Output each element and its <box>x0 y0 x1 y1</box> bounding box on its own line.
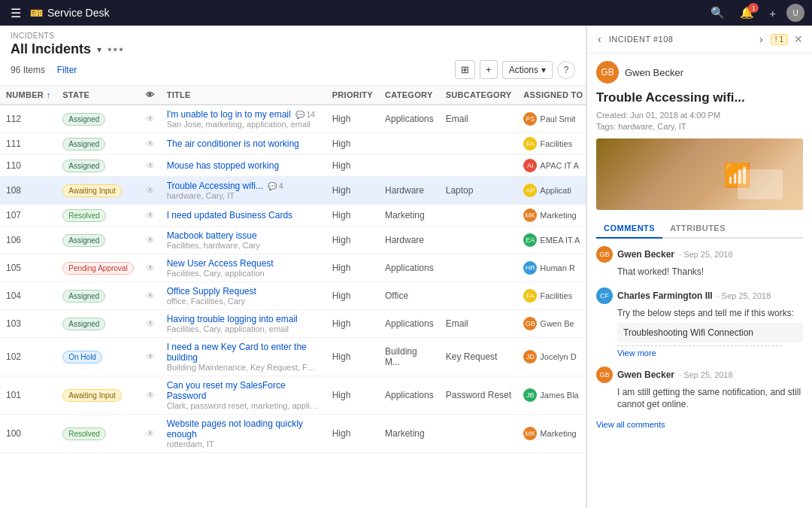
cell-eye[interactable]: 👁 <box>140 205 161 227</box>
table-row[interactable]: 101 Awaiting Input 👁 Can you reset my Sa… <box>0 376 586 415</box>
cell-subcategory <box>440 205 518 227</box>
title-link[interactable]: Trouble Accessing wifi... 💬 4 <box>167 181 320 191</box>
cell-priority: High <box>326 338 379 376</box>
cell-eye[interactable]: 👁 <box>140 155 161 177</box>
title-subtitle: rotterdam, IT <box>167 440 320 449</box>
grid-view-button[interactable]: ⊞ <box>455 60 475 79</box>
subheader: INCIDENTS All Incidents ▾ ••• 96 Items ·… <box>0 26 586 86</box>
cell-state: Pending Approval <box>56 254 139 282</box>
title-link[interactable]: I need updated Business Cards <box>167 210 320 221</box>
cell-category: Building M... <box>379 338 440 376</box>
title-link[interactable]: I'm unable to log in to my email 💬 14 <box>167 109 320 120</box>
detail-user-name: Gwen Becker <box>625 67 683 78</box>
title-link[interactable]: Mouse has stopped working <box>167 160 320 171</box>
help-button[interactable]: ? <box>557 61 575 79</box>
table-row[interactable]: 103 Assigned 👁 Having trouble logging in… <box>0 310 586 338</box>
hamburger-menu[interactable]: ☰ <box>8 3 24 23</box>
assigned-name: Facilities <box>540 139 572 148</box>
table-row[interactable]: 106 Assigned 👁 Macbook battery issue Fac… <box>0 227 586 254</box>
table-row[interactable]: 100 Resolved 👁 Website pages not loading… <box>0 415 586 453</box>
priority-badge: ! 1 <box>771 34 788 45</box>
detail-user-avatar: GB <box>596 61 619 84</box>
table-row[interactable]: 104 Assigned 👁 Office Supply Request off… <box>0 282 586 310</box>
table-row[interactable]: 110 Assigned 👁 Mouse has stopped working… <box>0 155 586 177</box>
view-all-comments-link[interactable]: View all comments <box>596 420 803 429</box>
chat-count: 💬 14 <box>295 111 315 119</box>
title-link[interactable]: Office Supply Request <box>167 286 320 297</box>
cell-eye[interactable]: 👁 <box>140 133 161 155</box>
title-link[interactable]: Having trouble logging into email <box>167 314 320 324</box>
actions-button[interactable]: Actions ▾ <box>502 61 553 79</box>
cell-assigned: AI APAC IT A <box>517 155 586 177</box>
title-row: All Incidents ▾ ••• <box>11 41 575 57</box>
table-row[interactable]: 105 Pending Approval 👁 New User Access R… <box>0 254 586 282</box>
close-panel-button[interactable]: ✕ <box>792 32 804 47</box>
col-priority[interactable]: PRIORITY <box>326 86 379 105</box>
cell-eye[interactable]: 👁 <box>140 310 161 338</box>
assigned-cell: EA EMEA IT A <box>523 233 583 247</box>
user-avatar[interactable]: U <box>786 4 804 22</box>
search-icon[interactable]: 🔍 <box>706 3 729 23</box>
table-row[interactable]: 112 Assigned 👁 I'm unable to log in to m… <box>0 105 586 133</box>
cell-assigned: MK Marketing <box>517 205 586 227</box>
title-link[interactable]: Can you reset my SalesForce Password <box>167 380 320 401</box>
comment-highlight: Troubleshooting Wifi Connection <box>617 323 803 342</box>
cell-eye[interactable]: 👁 <box>140 177 161 205</box>
title-subtitle: Facilities, hardware, Cary <box>167 241 320 250</box>
view-more-link[interactable]: View more <box>617 348 803 357</box>
title-subtitle: Facilities, Cary, application, email <box>167 324 320 333</box>
assigned-name: Marketing <box>540 211 576 220</box>
tab-attributes[interactable]: ATTRIBUTES <box>662 219 733 239</box>
table-row[interactable]: 107 Resolved 👁 I need updated Business C… <box>0 205 586 227</box>
incidents-table-container: NUMBER STATE 👁 TITLE PRIORITY CATEGORY S… <box>0 86 586 508</box>
cell-subcategory <box>440 254 518 282</box>
assigned-cell: FA Facilities <box>523 137 583 151</box>
detail-tabs: COMMENTS ATTRIBUTES <box>596 219 803 239</box>
add-icon[interactable]: + <box>765 4 780 23</box>
filter-link[interactable]: Filter <box>57 65 77 75</box>
notifications-icon[interactable]: 🔔 1 <box>735 3 759 23</box>
cell-category: Applications <box>379 310 440 338</box>
table-row[interactable]: 102 On Hold 👁 I need a new Key Card to e… <box>0 338 586 376</box>
col-number[interactable]: NUMBER <box>0 86 56 105</box>
col-category[interactable]: CATEGORY <box>379 86 440 105</box>
cell-number: 103 <box>0 310 56 338</box>
cell-eye[interactable]: 👁 <box>140 415 161 453</box>
title-link[interactable]: New User Access Request <box>167 258 320 269</box>
assigned-avatar: GB <box>523 317 537 330</box>
cell-eye[interactable]: 👁 <box>140 227 161 254</box>
col-title[interactable]: TITLE <box>161 86 326 105</box>
cell-eye[interactable]: 👁 <box>140 338 161 376</box>
tab-comments[interactable]: COMMENTS <box>596 219 662 239</box>
title-subtitle: Clark, password reset, marketing, applic… <box>167 401 320 410</box>
cell-title: The air conditioner is not working <box>161 133 326 155</box>
next-incident-button[interactable]: › <box>756 32 766 47</box>
assigned-avatar: FA <box>523 289 537 303</box>
cell-assigned: FA Facilities <box>517 133 586 155</box>
cell-eye[interactable]: 👁 <box>140 105 161 133</box>
add-incident-button[interactable]: + <box>480 60 498 79</box>
title-dropdown-icon[interactable]: ▾ <box>97 44 102 55</box>
cell-eye[interactable]: 👁 <box>140 376 161 415</box>
title-link[interactable]: Website pages not loading quickly enough <box>167 418 320 440</box>
col-state[interactable]: STATE <box>56 86 139 105</box>
table-row[interactable]: 108 Awaiting Input 👁 Trouble Accessing w… <box>0 177 586 205</box>
state-badge: Assigned <box>62 234 105 247</box>
cell-priority: High <box>326 282 379 310</box>
cell-number: 111 <box>0 133 56 155</box>
prev-incident-button[interactable]: ‹ <box>595 32 604 47</box>
cell-category: Applications <box>379 105 440 133</box>
title-link[interactable]: I need a new Key Card to enter the build… <box>167 342 320 363</box>
col-subcategory[interactable]: SUBCATEGORY <box>440 86 518 105</box>
cell-eye[interactable]: 👁 <box>140 254 161 282</box>
cell-state: Assigned <box>56 282 139 310</box>
cell-subcategory <box>440 415 518 453</box>
title-link[interactable]: The air conditioner is not working <box>167 138 320 149</box>
assigned-avatar: HR <box>523 261 537 275</box>
more-options-icon[interactable]: ••• <box>108 43 125 56</box>
table-row[interactable]: 111 Assigned 👁 The air conditioner is no… <box>0 133 586 155</box>
cell-eye[interactable]: 👁 <box>140 282 161 310</box>
cell-category <box>379 155 440 177</box>
col-assigned[interactable]: ASSIGNED TO <box>517 86 586 105</box>
title-link[interactable]: Macbook battery issue <box>167 230 320 241</box>
